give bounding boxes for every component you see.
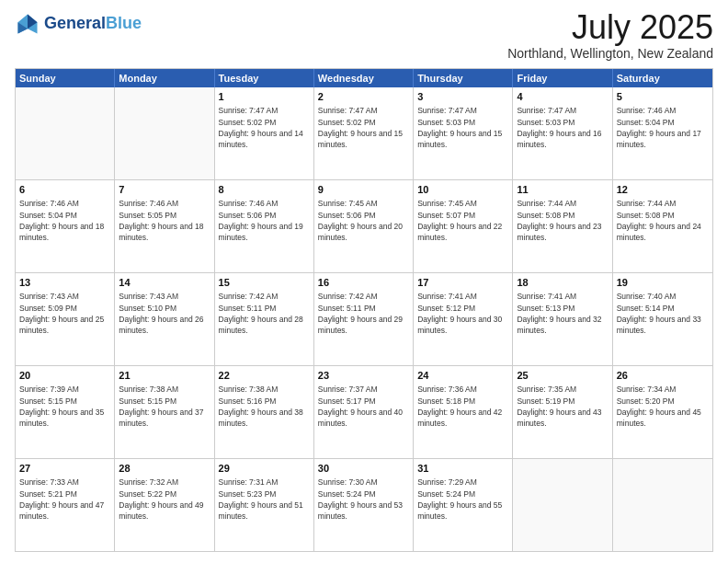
day-number: 23	[318, 369, 409, 383]
header: GeneralBlue July 2025 Northland, Welling…	[15, 11, 713, 61]
calendar-cell: 27Sunrise: 7:33 AMSunset: 5:21 PMDayligh…	[16, 459, 115, 551]
day-number: 6	[19, 183, 110, 197]
cell-details: Sunrise: 7:42 AMSunset: 5:11 PMDaylight:…	[318, 291, 409, 336]
cell-details: Sunrise: 7:41 AMSunset: 5:13 PMDaylight:…	[517, 291, 608, 336]
calendar-cell	[16, 87, 115, 179]
calendar-cell: 23Sunrise: 7:37 AMSunset: 5:17 PMDayligh…	[314, 366, 414, 458]
calendar-cell: 2Sunrise: 7:47 AMSunset: 5:02 PMDaylight…	[314, 87, 414, 179]
cell-details: Sunrise: 7:46 AMSunset: 5:04 PMDaylight:…	[19, 198, 110, 243]
calendar-cell: 6Sunrise: 7:46 AMSunset: 5:04 PMDaylight…	[16, 180, 115, 272]
calendar-cell: 3Sunrise: 7:47 AMSunset: 5:03 PMDaylight…	[414, 87, 513, 179]
logo: GeneralBlue	[15, 11, 142, 37]
calendar-row-2: 6Sunrise: 7:46 AMSunset: 5:04 PMDaylight…	[16, 179, 712, 272]
calendar-cell: 11Sunrise: 7:44 AMSunset: 5:08 PMDayligh…	[513, 180, 612, 272]
cell-details: Sunrise: 7:42 AMSunset: 5:11 PMDaylight:…	[219, 291, 310, 336]
day-number: 21	[119, 369, 210, 383]
header-day-wednesday: Wednesday	[314, 69, 414, 87]
cell-details: Sunrise: 7:46 AMSunset: 5:06 PMDaylight:…	[219, 198, 310, 243]
cell-details: Sunrise: 7:43 AMSunset: 5:10 PMDaylight:…	[119, 291, 210, 336]
cell-details: Sunrise: 7:38 AMSunset: 5:16 PMDaylight:…	[219, 384, 310, 429]
day-number: 5	[617, 90, 709, 104]
cell-details: Sunrise: 7:46 AMSunset: 5:04 PMDaylight:…	[617, 105, 709, 150]
day-number: 8	[219, 183, 310, 197]
calendar-cell: 14Sunrise: 7:43 AMSunset: 5:10 PMDayligh…	[115, 273, 214, 365]
day-number: 14	[119, 276, 210, 290]
header-day-saturday: Saturday	[613, 69, 712, 87]
day-number: 18	[517, 276, 608, 290]
cell-details: Sunrise: 7:33 AMSunset: 5:21 PMDaylight:…	[19, 477, 110, 522]
header-day-thursday: Thursday	[414, 69, 513, 87]
cell-details: Sunrise: 7:38 AMSunset: 5:15 PMDaylight:…	[119, 384, 210, 429]
calendar-row-3: 13Sunrise: 7:43 AMSunset: 5:09 PMDayligh…	[16, 272, 712, 365]
calendar-cell: 31Sunrise: 7:29 AMSunset: 5:24 PMDayligh…	[414, 459, 513, 551]
calendar-cell: 21Sunrise: 7:38 AMSunset: 5:15 PMDayligh…	[115, 366, 214, 458]
cell-details: Sunrise: 7:35 AMSunset: 5:19 PMDaylight:…	[517, 384, 608, 429]
calendar-cell	[115, 87, 214, 179]
cell-details: Sunrise: 7:36 AMSunset: 5:18 PMDaylight:…	[417, 384, 508, 429]
logo-icon	[15, 11, 40, 37]
cell-details: Sunrise: 7:30 AMSunset: 5:24 PMDaylight:…	[318, 477, 409, 522]
calendar-cell: 26Sunrise: 7:34 AMSunset: 5:20 PMDayligh…	[613, 366, 712, 458]
header-day-monday: Monday	[115, 69, 214, 87]
calendar-cell	[613, 459, 712, 551]
title-block: July 2025 Northland, Wellington, New Zea…	[507, 11, 713, 61]
calendar-cell: 9Sunrise: 7:45 AMSunset: 5:06 PMDaylight…	[314, 180, 414, 272]
day-number: 15	[219, 276, 310, 290]
cell-details: Sunrise: 7:47 AMSunset: 5:02 PMDaylight:…	[318, 105, 409, 150]
cell-details: Sunrise: 7:45 AMSunset: 5:06 PMDaylight:…	[318, 198, 409, 243]
cell-details: Sunrise: 7:47 AMSunset: 5:03 PMDaylight:…	[417, 105, 508, 150]
day-number: 22	[219, 369, 310, 383]
cell-details: Sunrise: 7:40 AMSunset: 5:14 PMDaylight:…	[617, 291, 709, 336]
calendar-row-1: 1Sunrise: 7:47 AMSunset: 5:02 PMDaylight…	[16, 87, 712, 179]
calendar-cell: 12Sunrise: 7:44 AMSunset: 5:08 PMDayligh…	[613, 180, 712, 272]
calendar-cell: 16Sunrise: 7:42 AMSunset: 5:11 PMDayligh…	[314, 273, 414, 365]
day-number: 3	[417, 90, 508, 104]
day-number: 7	[119, 183, 210, 197]
calendar-cell	[513, 459, 612, 551]
calendar-cell: 18Sunrise: 7:41 AMSunset: 5:13 PMDayligh…	[513, 273, 612, 365]
day-number: 25	[517, 369, 608, 383]
day-number: 10	[417, 183, 508, 197]
page: GeneralBlue July 2025 Northland, Welling…	[0, 0, 728, 563]
day-number: 29	[219, 462, 310, 476]
calendar-cell: 10Sunrise: 7:45 AMSunset: 5:07 PMDayligh…	[414, 180, 513, 272]
cell-details: Sunrise: 7:39 AMSunset: 5:15 PMDaylight:…	[19, 384, 110, 429]
cell-details: Sunrise: 7:37 AMSunset: 5:17 PMDaylight:…	[318, 384, 409, 429]
day-number: 27	[19, 462, 110, 476]
day-number: 13	[19, 276, 110, 290]
calendar: SundayMondayTuesdayWednesdayThursdayFrid…	[15, 68, 713, 552]
day-number: 4	[517, 90, 608, 104]
day-number: 30	[318, 462, 409, 476]
cell-details: Sunrise: 7:47 AMSunset: 5:03 PMDaylight:…	[517, 105, 608, 150]
day-number: 2	[318, 90, 409, 104]
cell-details: Sunrise: 7:44 AMSunset: 5:08 PMDaylight:…	[517, 198, 608, 243]
calendar-body: 1Sunrise: 7:47 AMSunset: 5:02 PMDaylight…	[16, 87, 712, 551]
day-number: 16	[318, 276, 409, 290]
calendar-cell: 30Sunrise: 7:30 AMSunset: 5:24 PMDayligh…	[314, 459, 414, 551]
day-number: 19	[617, 276, 709, 290]
cell-details: Sunrise: 7:41 AMSunset: 5:12 PMDaylight:…	[417, 291, 508, 336]
cell-details: Sunrise: 7:32 AMSunset: 5:22 PMDaylight:…	[119, 477, 210, 522]
cell-details: Sunrise: 7:46 AMSunset: 5:05 PMDaylight:…	[119, 198, 210, 243]
day-number: 24	[417, 369, 508, 383]
logo-text: GeneralBlue	[44, 15, 142, 33]
cell-details: Sunrise: 7:47 AMSunset: 5:02 PMDaylight:…	[219, 105, 310, 150]
calendar-cell: 28Sunrise: 7:32 AMSunset: 5:22 PMDayligh…	[115, 459, 214, 551]
calendar-cell: 19Sunrise: 7:40 AMSunset: 5:14 PMDayligh…	[613, 273, 712, 365]
month-title: July 2025	[507, 11, 713, 44]
day-number: 20	[19, 369, 110, 383]
cell-details: Sunrise: 7:43 AMSunset: 5:09 PMDaylight:…	[19, 291, 110, 336]
header-day-friday: Friday	[513, 69, 612, 87]
calendar-cell: 17Sunrise: 7:41 AMSunset: 5:12 PMDayligh…	[414, 273, 513, 365]
calendar-cell: 15Sunrise: 7:42 AMSunset: 5:11 PMDayligh…	[215, 273, 314, 365]
day-number: 26	[617, 369, 709, 383]
calendar-cell: 24Sunrise: 7:36 AMSunset: 5:18 PMDayligh…	[414, 366, 513, 458]
cell-details: Sunrise: 7:34 AMSunset: 5:20 PMDaylight:…	[617, 384, 709, 429]
day-number: 9	[318, 183, 409, 197]
cell-details: Sunrise: 7:29 AMSunset: 5:24 PMDaylight:…	[417, 477, 508, 522]
cell-details: Sunrise: 7:44 AMSunset: 5:08 PMDaylight:…	[617, 198, 709, 243]
calendar-cell: 25Sunrise: 7:35 AMSunset: 5:19 PMDayligh…	[513, 366, 612, 458]
day-number: 31	[417, 462, 508, 476]
calendar-cell: 4Sunrise: 7:47 AMSunset: 5:03 PMDaylight…	[513, 87, 612, 179]
day-number: 12	[617, 183, 709, 197]
